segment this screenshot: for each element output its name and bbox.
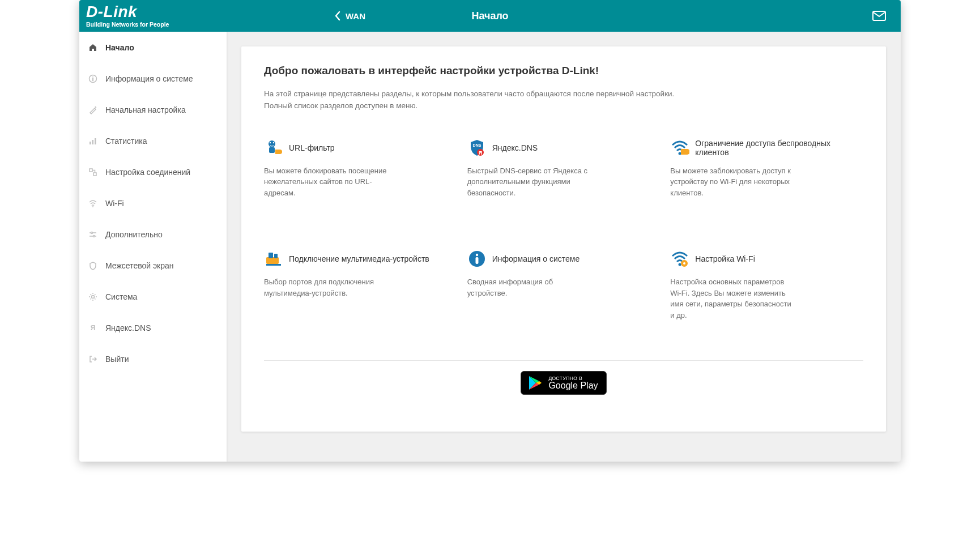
svg-text:Я: Я: [91, 324, 96, 332]
welcome-card: Добро пожаловать в интерфейс настройки у…: [241, 46, 886, 432]
tile-title: Ограничение доступа беспроводных клиенто…: [695, 139, 863, 157]
tile-desc: Быстрый DNS-сервис от Яндекса с дополнит…: [467, 165, 592, 199]
divider: [264, 360, 863, 361]
sidebar-item-label: Настройка соединений: [105, 168, 190, 177]
chevron-left-icon: [334, 11, 341, 21]
tile-desc: Выбор портов для подключения мультимедиа…: [264, 276, 389, 298]
wifi-shield-icon: [670, 138, 689, 157]
mail-button[interactable]: [872, 11, 886, 21]
svg-rect-6: [95, 138, 96, 144]
tile-sysinfo[interactable]: Информация о системе Сводная информация …: [467, 249, 661, 321]
home-icon: [88, 43, 99, 52]
tile-wifi-restriction[interactable]: Ограничение доступа беспроводных клиенто…: [670, 138, 863, 199]
tiles-grid: URL-фильтр Вы можете блокировать посещен…: [264, 138, 863, 321]
sidebar-item-label: Межсетевой экран: [105, 261, 174, 270]
tile-title: Информация о системе: [492, 254, 580, 263]
svg-rect-23: [269, 253, 273, 258]
sidebar: Начало Информация о системе Начальная на…: [79, 32, 227, 462]
store-row: ДОСТУПНО В Google Play: [264, 371, 863, 395]
sidebar-item-statistics[interactable]: Статистика: [79, 125, 227, 156]
sidebar-item-label: Выйти: [105, 355, 129, 364]
tile-yandex-dns[interactable]: DNSЯ Яндекс.DNS Быстрый DNS-сервис от Ян…: [467, 138, 661, 199]
sidebar-item-wifi[interactable]: Wi-Fi: [79, 187, 227, 219]
welcome-title: Добро пожаловать в интерфейс настройки у…: [264, 65, 863, 77]
tile-desc: Сводная информация об устройстве.: [467, 276, 592, 298]
svg-rect-28: [475, 257, 478, 264]
back-label: WAN: [346, 11, 365, 21]
brand-tagline: Building Networks for People: [86, 21, 227, 28]
wifi-gear-icon: [670, 249, 689, 268]
wand-icon: [88, 105, 99, 114]
info-circle-icon: [467, 249, 487, 268]
sidebar-item-firewall[interactable]: Межсетевой экран: [79, 250, 227, 281]
tile-desc: Настройка основных параметров Wi-Fi. Зде…: [670, 276, 795, 321]
svg-rect-3: [92, 78, 93, 81]
sidebar-item-initial-setup[interactable]: Начальная настройка: [79, 94, 227, 125]
sidebar-item-connections[interactable]: Настройка соединений: [79, 156, 227, 187]
tile-title: Настройка Wi-Fi: [695, 254, 755, 263]
shield-icon: [88, 261, 99, 270]
sidebar-item-label: Wi-Fi: [105, 199, 124, 208]
svg-point-31: [683, 262, 685, 265]
content-area: Добро пожаловать в интерфейс настройки у…: [227, 32, 901, 462]
tile-title: Яндекс.DNS: [492, 143, 538, 152]
tile-title: URL-фильтр: [289, 143, 335, 152]
google-play-text: ДОСТУПНО В Google Play: [548, 376, 598, 390]
sidebar-item-sysinfo[interactable]: Информация о системе: [79, 63, 227, 94]
svg-rect-8: [93, 173, 96, 176]
dns-shield-icon: DNSЯ: [467, 138, 487, 157]
sidebar-item-label: Статистика: [105, 136, 147, 146]
advanced-icon: [88, 230, 99, 239]
svg-rect-25: [266, 264, 281, 266]
svg-point-16: [273, 142, 274, 143]
mail-icon: [872, 11, 886, 21]
sidebar-item-label: Яндекс.DNS: [105, 323, 151, 332]
yandex-icon: Я: [88, 323, 99, 332]
svg-point-21: [679, 152, 681, 155]
logout-icon: [88, 355, 99, 364]
back-button[interactable]: WAN: [334, 11, 365, 21]
sidebar-item-label: Информация о системе: [105, 74, 193, 83]
svg-point-2: [92, 76, 93, 78]
google-play-icon: [528, 375, 543, 391]
svg-point-11: [93, 235, 95, 237]
svg-rect-4: [90, 142, 91, 144]
tile-wifi-setup[interactable]: Настройка Wi-Fi Настройка основных парам…: [670, 249, 863, 321]
url-filter-icon: [264, 138, 283, 157]
svg-rect-24: [274, 254, 278, 258]
chart-icon: [88, 136, 99, 146]
tile-desc: Вы можете заблокировать доступ к устройс…: [670, 165, 795, 199]
connections-icon: [88, 168, 99, 177]
gear-icon: [88, 292, 99, 301]
tile-desc: Вы можете блокировать посещение нежелате…: [264, 165, 389, 199]
svg-point-27: [475, 254, 478, 256]
store-name: Google Play: [548, 381, 598, 390]
multimedia-icon: [264, 249, 283, 268]
sidebar-item-system[interactable]: Система: [79, 281, 227, 312]
sidebar-item-home[interactable]: Начало: [79, 32, 227, 63]
info-icon: [88, 74, 99, 83]
sidebar-item-label: Дополнительно: [105, 230, 163, 239]
header-bar: D-Link Building Networks for People WAN …: [79, 0, 901, 32]
logo: D-Link Building Networks for People: [79, 4, 227, 28]
google-play-badge[interactable]: ДОСТУПНО В Google Play: [521, 371, 606, 395]
welcome-text: На этой странице представлены разделы, к…: [264, 88, 700, 112]
svg-text:Я: Я: [478, 150, 482, 156]
brand-name: D-Link: [86, 4, 227, 20]
sidebar-item-logout[interactable]: Выйти: [79, 343, 227, 374]
tile-multimedia[interactable]: Подключение мультимедиа-устройств Выбор …: [264, 249, 457, 321]
wifi-icon: [88, 199, 99, 208]
svg-point-15: [270, 142, 271, 143]
sidebar-item-yandex-dns[interactable]: Я Яндекс.DNS: [79, 312, 227, 343]
sidebar-item-label: Начальная настройка: [105, 105, 186, 114]
tile-title: Подключение мультимедиа-устройств: [289, 254, 429, 263]
tile-url-filter[interactable]: URL-фильтр Вы можете блокировать посещен…: [264, 138, 457, 199]
sidebar-item-advanced[interactable]: Дополнительно: [79, 219, 227, 250]
svg-rect-17: [269, 147, 275, 153]
svg-text:DNS: DNS: [472, 143, 481, 147]
svg-rect-7: [90, 169, 92, 172]
app-window: D-Link Building Networks for People WAN …: [79, 0, 901, 462]
svg-point-12: [92, 295, 95, 298]
sidebar-item-label: Начало: [105, 43, 134, 52]
svg-point-9: [92, 206, 93, 207]
